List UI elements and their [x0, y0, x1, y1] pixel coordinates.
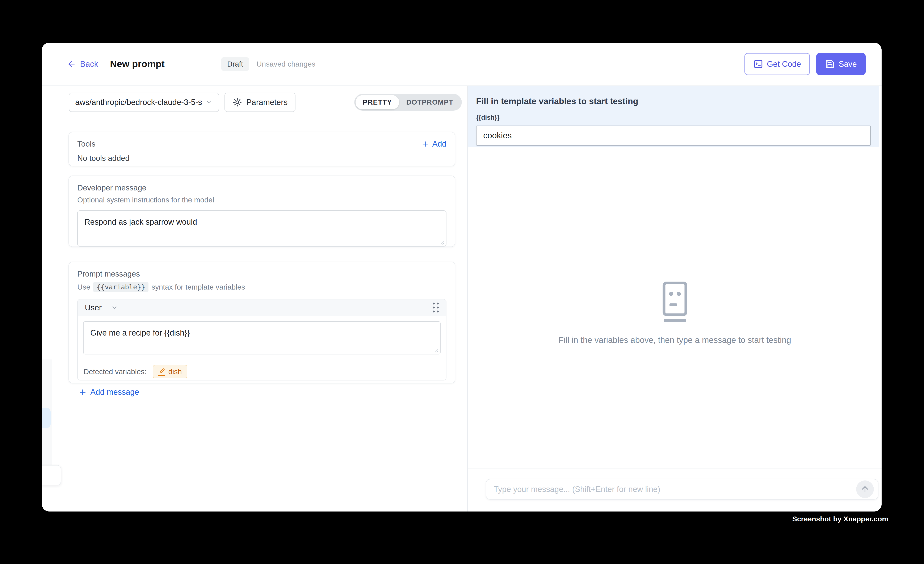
add-message-label: Add message	[90, 388, 139, 397]
chevron-down-icon	[111, 304, 118, 311]
developer-message-title: Developer message	[77, 183, 447, 192]
variable-chip-label: dish	[168, 368, 182, 376]
terminal-icon	[753, 59, 763, 69]
arrow-up-icon	[860, 484, 870, 494]
get-code-button[interactable]: Get Code	[744, 53, 810, 75]
screenshot-stage: Back New prompt Draft Unsaved changes Ge…	[0, 0, 924, 564]
prompt-messages-card: Prompt messages Use {{variable}} syntax …	[69, 262, 455, 383]
variable-value-input[interactable]	[476, 126, 871, 146]
save-icon	[825, 59, 835, 69]
message-block: User Give me a recipe for {{dish}}	[77, 299, 447, 381]
add-tool-label: Add	[432, 140, 447, 148]
plus-icon	[421, 140, 429, 148]
add-tool-button[interactable]: Add	[421, 140, 447, 148]
watermark-text: Screenshot by Xnapper.com	[792, 515, 888, 523]
send-button[interactable]	[856, 480, 874, 498]
variable-key-label: {{dish}}	[476, 114, 879, 122]
side-rail-card	[42, 465, 61, 485]
template-variables-section: Fill in template variables to start test…	[468, 86, 879, 147]
chevron-down-icon	[206, 99, 213, 106]
developer-message-subtitle: Optional system instructions for the mod…	[77, 196, 447, 204]
chat-empty-state: Fill in the variables above, then type a…	[468, 153, 882, 474]
resize-grip-icon[interactable]	[438, 238, 445, 245]
parameters-button[interactable]: Parameters	[225, 93, 296, 112]
resize-grip-icon[interactable]	[432, 346, 439, 353]
plus-icon	[78, 388, 87, 396]
prompt-editor: Tools Add No tools added Developer messa…	[42, 119, 467, 512]
chat-message-input[interactable]	[494, 485, 856, 494]
back-button[interactable]: Back	[67, 59, 98, 69]
variable-syntax-chip: {{variable}}	[93, 282, 148, 292]
toggle-dotprompt[interactable]: DOTPROMPT	[399, 95, 460, 110]
test-panel: Fill in template variables to start test…	[467, 86, 882, 512]
arrow-left-icon	[67, 59, 76, 69]
model-select-value: aws/anthropic/bedrock-claude-3-5-s...	[75, 98, 202, 107]
tools-card: Tools Add No tools added	[69, 132, 455, 166]
header-actions: Get Code Save	[744, 53, 866, 75]
side-rail-highlight	[42, 408, 51, 428]
subtitle-prefix: Use	[77, 283, 90, 291]
tools-title: Tools	[77, 140, 95, 148]
message-header: User	[78, 299, 446, 316]
template-variables-title: Fill in template variables to start test…	[476, 96, 879, 106]
message-text-input[interactable]: Give me a recipe for {{dish}}	[83, 321, 441, 354]
message-role-value: User	[85, 303, 102, 312]
status-badge: Draft	[221, 57, 249, 71]
pencil-icon	[158, 368, 165, 376]
detected-variables-label: Detected variables:	[84, 368, 147, 376]
view-toggle: PRETTY DOTPROMPT	[354, 94, 462, 111]
page-title: New prompt	[110, 58, 165, 69]
detected-variables-row: Detected variables: dish	[78, 360, 446, 380]
tools-empty-text: No tools added	[77, 154, 447, 163]
parameters-label: Parameters	[246, 98, 288, 107]
app-window: Back New prompt Draft Unsaved changes Ge…	[42, 43, 882, 512]
back-label: Back	[80, 59, 98, 69]
header: Back New prompt Draft Unsaved changes Ge…	[42, 43, 882, 86]
chat-input-bar	[468, 468, 882, 512]
save-label: Save	[838, 60, 857, 69]
developer-message-card: Developer message Optional system instru…	[69, 176, 455, 247]
prompt-messages-title: Prompt messages	[77, 270, 447, 278]
message-role-select[interactable]: User	[85, 303, 118, 312]
save-button[interactable]: Save	[816, 53, 866, 75]
model-select[interactable]: aws/anthropic/bedrock-claude-3-5-s...	[69, 93, 219, 112]
bot-face-icon	[662, 282, 688, 324]
chat-empty-text: Fill in the variables above, then type a…	[559, 335, 791, 345]
chat-input-container	[486, 479, 878, 500]
gear-icon	[232, 98, 242, 107]
drag-handle[interactable]	[433, 303, 439, 313]
unsaved-changes-note: Unsaved changes	[256, 60, 315, 68]
editor-toolbar: aws/anthropic/bedrock-claude-3-5-s... Pa…	[42, 86, 467, 119]
get-code-label: Get Code	[767, 60, 801, 69]
developer-message-input[interactable]: Respond as jack sparrow would	[77, 210, 447, 246]
toggle-pretty[interactable]: PRETTY	[356, 95, 399, 110]
subtitle-suffix: syntax for template variables	[152, 283, 245, 291]
add-message-button[interactable]: Add message	[78, 388, 447, 397]
variable-chip-dish[interactable]: dish	[153, 365, 188, 378]
prompt-messages-subtitle: Use {{variable}} syntax for template var…	[77, 282, 447, 292]
